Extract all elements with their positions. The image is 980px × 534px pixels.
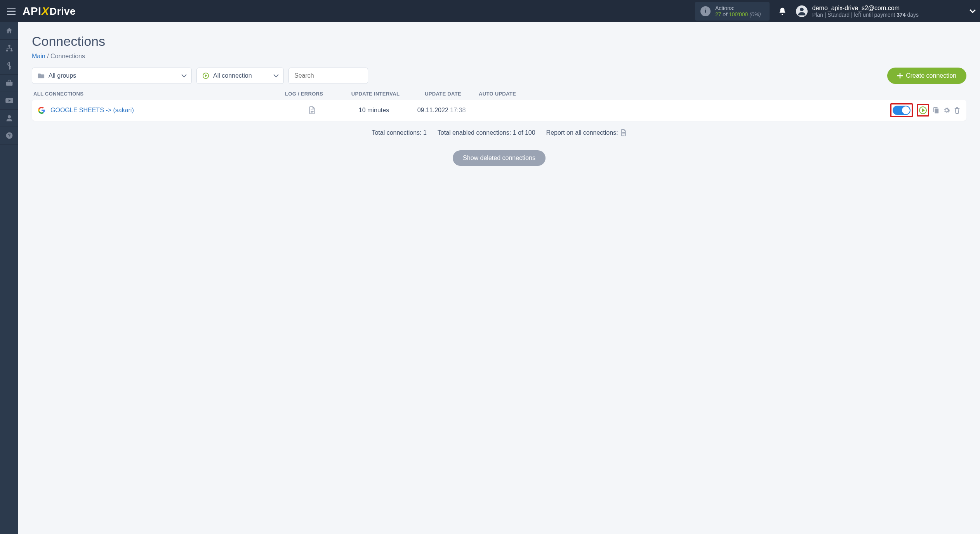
sidebar-item-tools[interactable]: [0, 75, 18, 92]
logo[interactable]: APIXDrive: [23, 5, 76, 17]
svg-rect-2: [6, 50, 8, 51]
actions-value: 27 of 100'000 (0%): [715, 11, 761, 17]
svg-rect-10: [935, 109, 938, 113]
svg-rect-3: [10, 50, 12, 51]
table-header: All connections Log / Errors Update inte…: [32, 91, 966, 100]
breadcrumb-main[interactable]: Main: [32, 53, 45, 59]
info-icon: [700, 6, 711, 16]
svg-point-6: [7, 115, 10, 118]
sidebar-item-video[interactable]: [0, 92, 18, 110]
actions-label: Actions:: [715, 5, 761, 11]
svg-rect-1: [8, 45, 10, 47]
column-name: All connections: [33, 91, 285, 97]
highlight-toggle: [890, 103, 913, 117]
row-interval: 10 minutes: [341, 107, 407, 114]
main-content: Connections Main / Connections All group…: [18, 22, 980, 534]
actions-counter[interactable]: Actions: 27 of 100'000 (0%): [695, 2, 770, 21]
copy-icon[interactable]: [933, 107, 939, 114]
notifications-icon[interactable]: [778, 7, 787, 16]
svg-point-0: [800, 7, 803, 11]
menu-toggle-icon[interactable]: [7, 8, 16, 15]
column-date: Update date: [408, 91, 478, 97]
page-title: Connections: [32, 34, 966, 49]
filters-bar: All groups All connection Create connect…: [32, 68, 966, 84]
user-menu[interactable]: demo_apix-drive_s2@com.com Plan | Standa…: [796, 5, 976, 18]
topbar: APIXDrive Actions: 27 of 100'000 (0%) de…: [0, 0, 980, 22]
play-icon: [202, 72, 209, 79]
sidebar-item-home[interactable]: [0, 22, 18, 40]
sidebar-item-account[interactable]: [0, 110, 18, 127]
column-interval: Update interval: [342, 91, 408, 97]
svg-text:?: ?: [8, 133, 10, 138]
create-connection-button[interactable]: Create connection: [887, 68, 966, 84]
row-date: 09.11.2022 17:38: [407, 107, 476, 114]
document-icon: [620, 129, 627, 136]
user-plan: Plan | Standard | left until payment 374…: [812, 12, 919, 18]
show-deleted-button[interactable]: Show deleted connections: [453, 150, 546, 166]
connection-row: GOOGLE SHEETS -> (sakari) 10 minutes 09.…: [32, 100, 966, 121]
trash-icon[interactable]: [954, 107, 960, 114]
column-auto: Auto update: [478, 91, 566, 97]
search-input[interactable]: [294, 72, 352, 79]
sidebar-item-billing[interactable]: [0, 57, 18, 75]
breadcrumb-current: Connections: [50, 53, 85, 59]
user-email: demo_apix-drive_s2@com.com: [812, 5, 919, 12]
status-label: All connection: [213, 72, 252, 79]
groups-label: All groups: [49, 72, 76, 79]
run-now-button[interactable]: [919, 106, 927, 114]
connection-name[interactable]: GOOGLE SHEETS -> (sakari): [50, 107, 134, 114]
auto-update-toggle[interactable]: [893, 106, 910, 115]
sidebar-item-help[interactable]: ?: [0, 127, 18, 144]
gear-icon[interactable]: [943, 107, 950, 114]
search-box[interactable]: [288, 68, 368, 84]
chevron-down-icon: [273, 74, 279, 78]
breadcrumb: Main / Connections: [32, 53, 966, 60]
column-log: Log / Errors: [285, 91, 342, 97]
status-select[interactable]: All connection: [196, 68, 284, 84]
groups-select[interactable]: All groups: [32, 68, 192, 84]
svg-rect-4: [6, 82, 12, 86]
sidebar-item-connections[interactable]: [0, 40, 18, 57]
total-connections: Total connections: 1: [372, 129, 426, 136]
avatar-icon: [796, 5, 808, 17]
report-link[interactable]: Report on all connections:: [546, 129, 627, 136]
chevron-down-icon: [181, 74, 187, 78]
chevron-down-icon: [969, 9, 976, 14]
log-icon[interactable]: [309, 106, 316, 114]
highlight-play: [917, 104, 929, 117]
enabled-connections: Total enabled connections: 1 of 100: [438, 129, 535, 136]
sidebar: ?: [0, 22, 18, 534]
google-icon: [38, 107, 45, 114]
summary-bar: Total connections: 1 Total enabled conne…: [32, 129, 966, 136]
